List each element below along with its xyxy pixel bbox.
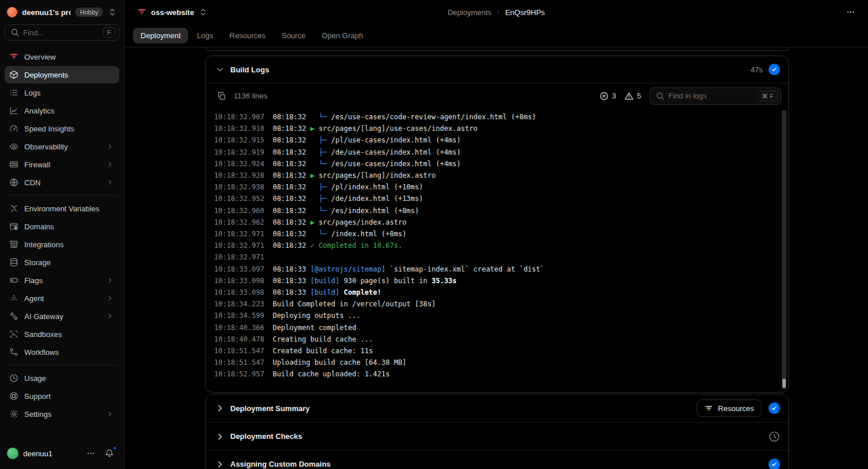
project-logo-icon (137, 8, 146, 17)
chevron-right-icon (105, 409, 115, 419)
log-line: 10:18:32.971 08:18:32 ✓ Completed in 10.… (214, 240, 773, 251)
search-icon (10, 28, 20, 37)
sidebar-item-label: Observability (24, 142, 68, 151)
sidebar-item-sandboxes[interactable]: Sandboxes (5, 325, 119, 343)
sidebar-item-deployments[interactable]: Deployments (5, 66, 119, 83)
sidebar-item-support[interactable]: Support (5, 387, 119, 405)
sidebar-item-flags[interactable]: Flags (5, 272, 119, 289)
warning-icon (624, 91, 634, 101)
section-deployment-checks[interactable]: Deployment Checks (206, 422, 788, 450)
sidebar-search[interactable]: F (5, 24, 119, 41)
log-console: 10:18:32.907 08:18:32 └─ /es/use-cases/c… (206, 108, 788, 392)
domains-icon (9, 222, 19, 231)
user-avatar[interactable] (7, 448, 19, 459)
sidebar-item-label: Usage (24, 374, 46, 383)
main-area: oss-website Deployments / EnQsr9HPs Depl… (124, 0, 868, 469)
user-menu-button[interactable] (83, 446, 98, 461)
sidebar-item-analytics[interactable]: Analytics (5, 102, 119, 119)
breadcrumb-current: EnQsr9HPs (505, 8, 545, 17)
nodes-icon (9, 312, 19, 321)
log-line: 10:18:34.223 Build Completed in /vercel/… (214, 298, 773, 310)
copy-logs-button[interactable] (215, 90, 228, 102)
chevron-right-icon (105, 142, 115, 151)
error-icon (599, 91, 609, 101)
log-line: 10:18:32.919 08:18:32 ├─ /de/use-cases/i… (214, 146, 773, 158)
log-line: 10:18:32.924 08:18:32 └─ /es/use-cases/i… (214, 158, 773, 170)
find-in-logs[interactable]: ⌘ F (649, 87, 781, 105)
sidebar-item-label: Analytics (24, 107, 54, 115)
sidebar-item-ai-gateway[interactable]: AI Gateway (5, 307, 119, 325)
chevron-down-icon (215, 65, 225, 74)
sidebar-item-label: Speed Insights (24, 124, 74, 133)
chevron-right-icon (105, 178, 115, 187)
tab-logs[interactable]: Logs (189, 28, 220, 43)
project-selector-icon (198, 8, 208, 17)
sidebar-item-domains[interactable]: Domains (5, 218, 119, 235)
warnings-filter[interactable]: 5 (624, 91, 641, 101)
section-deployment-summary[interactable]: Deployment SummaryResources (206, 394, 788, 422)
section-title: Deployment Summary (230, 404, 310, 413)
sidebar-item-label: Integrations (24, 240, 64, 249)
user-name: deenuu1 (23, 449, 53, 458)
tab-open-graph[interactable]: Open Graph (314, 28, 371, 43)
sidebar-item-storage[interactable]: Storage (5, 254, 119, 271)
sidebar-item-workflows[interactable]: Workflows (5, 343, 119, 361)
log-line: 10:18:40.366 Deployment completed (214, 322, 773, 334)
success-check-icon (768, 459, 780, 469)
sidebar-item-logs[interactable]: Logs (5, 84, 119, 101)
filter-icon (704, 404, 713, 413)
log-line: 10:18:32.952 08:18:32 ├─ /de/index.html … (214, 193, 773, 204)
resources-button[interactable]: Resources (697, 400, 762, 417)
sidebar-item-label: Overview (24, 53, 56, 61)
sidebar-search-input[interactable] (23, 28, 100, 37)
sidebar-item-label: Storage (24, 258, 51, 267)
chevron-right-icon (215, 404, 225, 413)
log-scrollbar[interactable] (782, 110, 786, 389)
log-line: 10:18:32.910 08:18:32 ▶ src/pages/[lang]… (214, 123, 773, 134)
chevron-right-icon (215, 432, 225, 441)
sidebar: deenuu1's proje... Hobby F OverviewDeplo… (0, 0, 124, 469)
tab-resources[interactable]: Resources (222, 28, 273, 43)
workflow-icon (9, 347, 19, 357)
team-switcher[interactable]: deenuu1's proje... Hobby (0, 0, 124, 23)
breadcrumb-deployments[interactable]: Deployments (447, 8, 491, 17)
vercel-logo-icon (9, 52, 19, 61)
sidebar-item-overview[interactable]: Overview (5, 48, 119, 65)
errors-filter[interactable]: 3 (599, 91, 616, 101)
sidebar-item-integrations[interactable]: Integrations (5, 236, 119, 253)
find-in-logs-input[interactable] (668, 91, 754, 100)
build-logs-header[interactable]: Build Logs 47s (206, 56, 788, 83)
notifications-button[interactable] (102, 446, 117, 461)
log-line: 10:18:52.957 Build cache uploaded: 1.421… (214, 368, 773, 380)
storefront-icon (9, 240, 19, 249)
sidebar-item-label: AI Gateway (24, 312, 63, 321)
sidebar-item-cdn[interactable]: CDN (5, 174, 119, 191)
log-scrollbar-thumb[interactable] (782, 379, 786, 388)
app-root: deenuu1's proje... Hobby F OverviewDeplo… (0, 0, 868, 469)
sidebar-item-firewall[interactable]: Firewall (5, 156, 119, 173)
error-count: 3 (612, 91, 616, 100)
firewall-icon (9, 160, 19, 169)
section-assigning-custom-domains[interactable]: Assigning Custom Domains (206, 450, 788, 469)
header-menu-button[interactable] (846, 8, 855, 17)
log-line: 10:18:33.098 08:18:33 [build] Complete! (214, 287, 773, 298)
breadcrumb: Deployments / EnQsr9HPs (447, 8, 545, 17)
env-icon (9, 204, 19, 213)
log-line: 10:18:33.097 08:18:33 [@astrojs/sitemap]… (214, 263, 773, 275)
sidebar-item-agent[interactable]: Agent (5, 290, 119, 307)
sidebar-item-label: Agent (24, 294, 44, 303)
find-shortcut-badge: ⌘ F (757, 91, 778, 101)
sidebar-item-label: Settings (24, 410, 52, 419)
chevron-right-icon (105, 160, 115, 169)
sidebar-item-observability[interactable]: Observability (5, 138, 119, 155)
build-duration: 47s (751, 65, 763, 74)
sidebar-item-environment-variables[interactable]: Environment Variables (5, 200, 119, 217)
project-switcher[interactable]: oss-website (137, 8, 208, 17)
plan-badge: Hobby (75, 8, 103, 17)
sidebar-item-usage[interactable]: Usage (5, 369, 119, 387)
tab-deployment[interactable]: Deployment (133, 28, 188, 43)
tab-source[interactable]: Source (274, 28, 313, 43)
sidebar-item-speed-insights[interactable]: Speed Insights (5, 120, 119, 137)
sandbox-icon (9, 329, 19, 339)
sidebar-item-settings[interactable]: Settings (5, 405, 119, 423)
